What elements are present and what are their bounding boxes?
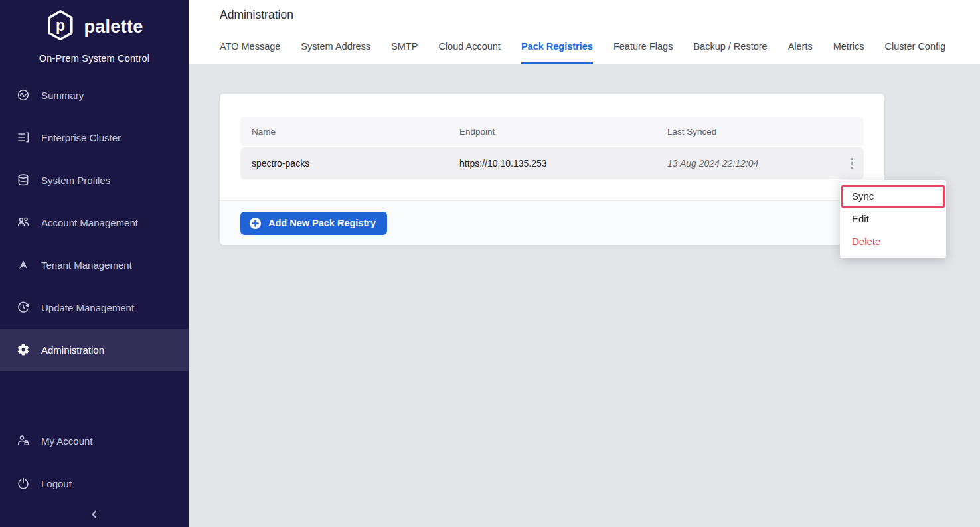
- chevron-left-icon: [89, 509, 100, 522]
- row-actions-menu: Sync Edit Delete: [840, 180, 946, 258]
- sidebar-item-administration[interactable]: Administration: [0, 329, 189, 371]
- registry-last-synced-cell: 13 Aug 2024 22:12:04: [656, 158, 864, 169]
- sidebar-item-enterprise-cluster[interactable]: Enterprise Cluster: [0, 116, 189, 159]
- tab-alerts[interactable]: Alerts: [788, 41, 813, 64]
- enterprise-cluster-icon: [17, 131, 30, 144]
- tab-pack-registries[interactable]: Pack Registries: [521, 41, 593, 64]
- sidebar-item-update-management[interactable]: Update Management: [0, 286, 189, 329]
- tab-metrics[interactable]: Metrics: [833, 41, 864, 64]
- tab-backup-restore[interactable]: Backup / Restore: [693, 41, 767, 64]
- tab-feature-flags[interactable]: Feature Flags: [613, 41, 673, 64]
- page-title: Administration: [220, 8, 293, 22]
- sidebar-item-label: Administration: [41, 344, 104, 356]
- column-header-endpoint: Endpoint: [448, 127, 656, 137]
- tab-smtp[interactable]: SMTP: [391, 41, 418, 64]
- tab-cluster-config[interactable]: Cluster Config: [884, 41, 945, 64]
- sidebar-collapse-button[interactable]: [0, 504, 189, 527]
- app-window: p palette On-Prem System Control Summary: [0, 0, 980, 527]
- update-clock-icon: [17, 301, 30, 314]
- sidebar-item-label: Account Management: [41, 217, 138, 228]
- card-footer: Add New Pack Registry: [220, 200, 884, 245]
- table-header-row: Name Endpoint Last Synced: [240, 117, 864, 146]
- registry-name-cell: spectro-packs: [240, 158, 448, 169]
- menu-item-edit[interactable]: Edit: [840, 208, 946, 230]
- sidebar-item-label: My Account: [41, 435, 93, 447]
- sidebar-item-summary[interactable]: Summary: [0, 74, 189, 116]
- sidebar-item-label: System Profiles: [41, 175, 110, 186]
- row-actions-kebab-icon[interactable]: [844, 153, 860, 174]
- summary-gauge-icon: [17, 88, 30, 102]
- tab-ato-message[interactable]: ATO Message: [220, 41, 280, 64]
- table-row: spectro-packs https://10.10.135.253 13 A…: [240, 147, 864, 179]
- tab-cloud-account[interactable]: Cloud Account: [438, 41, 501, 64]
- tenant-icon: [17, 258, 30, 271]
- sidebar-item-my-account[interactable]: My Account: [0, 419, 189, 462]
- tab-system-address[interactable]: System Address: [301, 41, 370, 64]
- sidebar-item-label: Enterprise Cluster: [41, 132, 121, 143]
- tab-bar: ATO Message System Address SMTP Cloud Ac…: [220, 41, 945, 64]
- brand-name: palette: [84, 17, 143, 37]
- sidebar-item-system-profiles[interactable]: System Profiles: [0, 159, 189, 201]
- svg-text:p: p: [56, 17, 65, 34]
- main-area: Administration ATO Message System Addres…: [189, 0, 980, 527]
- user-lock-icon: [17, 434, 30, 447]
- add-button-label: Add New Pack Registry: [268, 218, 376, 228]
- sidebar-footer: My Account Logout: [0, 419, 189, 527]
- sidebar-item-label: Summary: [41, 90, 84, 101]
- sidebar-subtitle: On-Prem System Control: [0, 53, 189, 64]
- power-icon: [17, 477, 30, 490]
- sidebar-item-label: Tenant Management: [41, 260, 132, 271]
- pack-registries-table: Name Endpoint Last Synced spectro-packs …: [220, 94, 884, 200]
- database-icon: [17, 173, 30, 187]
- page-header: Administration ATO Message System Addres…: [189, 0, 980, 64]
- column-header-last-synced: Last Synced: [656, 127, 864, 137]
- users-icon: [17, 216, 30, 229]
- sidebar-item-label: Logout: [41, 478, 72, 489]
- column-header-name: Name: [240, 127, 448, 137]
- sidebar-item-account-management[interactable]: Account Management: [0, 201, 189, 244]
- sidebar: p palette On-Prem System Control Summary: [0, 0, 189, 527]
- menu-item-delete[interactable]: Delete: [840, 230, 946, 253]
- brand-logo: p palette: [0, 0, 189, 44]
- sidebar-item-label: Update Management: [41, 302, 134, 313]
- menu-item-sync[interactable]: Sync: [840, 185, 946, 208]
- registry-endpoint-cell: https://10.10.135.253: [448, 158, 656, 169]
- add-new-pack-registry-button[interactable]: Add New Pack Registry: [240, 212, 387, 235]
- sidebar-item-tenant-management[interactable]: Tenant Management: [0, 244, 189, 286]
- pack-registries-card: Name Endpoint Last Synced spectro-packs …: [220, 94, 884, 245]
- content-area: Name Endpoint Last Synced spectro-packs …: [189, 64, 980, 527]
- palette-hexagon-logo-icon: p: [45, 9, 76, 44]
- sidebar-nav: Summary Enterprise Cluster: [0, 74, 189, 371]
- plus-circle-icon: [249, 217, 262, 230]
- gear-icon: [17, 343, 30, 356]
- sidebar-item-logout[interactable]: Logout: [0, 462, 189, 504]
